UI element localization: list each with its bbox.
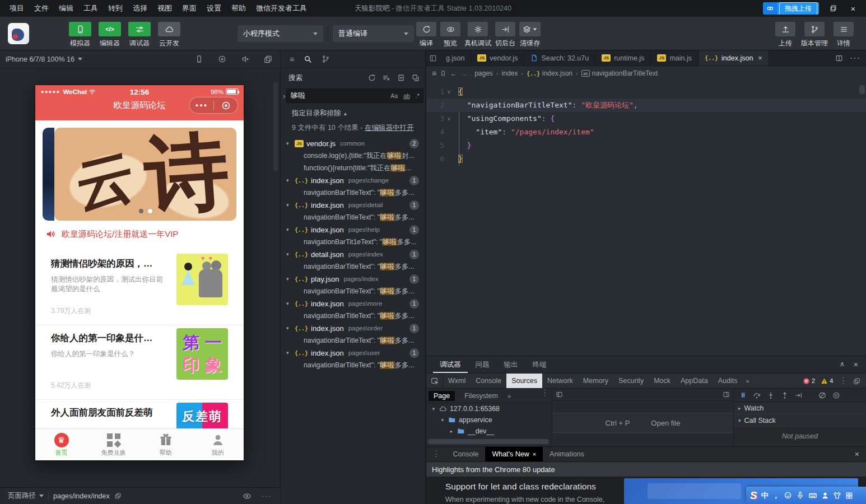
toolbar-button-预览[interactable]: 预览 [440,22,460,48]
undock-icon[interactable] [853,377,860,385]
more-actions-icon[interactable]: ··· [850,53,860,63]
step-button[interactable] [795,391,803,399]
search-scope-toggle[interactable]: 指定目录和排除 ▲ [292,109,425,118]
error-badge[interactable]: 2 [803,377,815,385]
search-result-file[interactable]: ▾{..} index.json pages\user 1 [281,347,425,359]
code-editor[interactable]: 1 ∨ { 2 "navigationBarTitleText": "欧皇源码论… [426,81,866,166]
tabbar-item-免费兑换[interactable]: 免费兑换 [87,429,139,460]
menu-item-0[interactable]: 项目 [4,3,29,13]
debugger-tab-终端[interactable]: 终端 [526,356,553,373]
clear-search-results-icon[interactable] [383,74,390,82]
devtools-tab-AppData[interactable]: AppData [676,374,713,388]
menu-item-2[interactable]: 编辑 [54,3,78,13]
devtools-tab-Network[interactable]: Network [542,374,578,388]
search-result-match[interactable]: navigationBarTitleText": "哆啦多多... [281,285,425,297]
editor-tab-runtime.js[interactable]: JS runtime.js [595,50,651,66]
menu-item-8[interactable]: 设置 [202,3,226,13]
devtools-tab-Audits[interactable]: Audits [713,374,743,388]
navigator-tab-Page[interactable]: Page [429,391,455,401]
search-result-match[interactable]: navigationBarTit1eText": "哆啦多多... [281,236,425,248]
devtools-tab-Sources[interactable]: Sources [506,374,542,388]
devtools-tab-Mock[interactable]: Mock [649,374,676,388]
fold-chevron-icon[interactable]: ∨ [444,112,454,125]
refresh-search-icon[interactable] [368,74,376,82]
devtools-tab-Security[interactable]: Security [613,374,649,388]
regex-icon[interactable]: .* [415,92,421,100]
quiz-card[interactable]: 你给人的第一印象是什… 你给人的第一印象是什么？ 5.42万人在测 第一印象 [35,325,244,400]
sogou-logo-icon[interactable]: S [750,489,757,502]
toolbar-button-调试器[interactable]: 调试器 [127,22,152,48]
multi-window-icon[interactable] [264,55,272,63]
menu-item-1[interactable]: 文件 [29,3,54,13]
mode-select[interactable]: 小程序模式 [238,25,323,42]
search-result-file[interactable]: ▾{..} index.json pages\order 1 [281,322,425,334]
search-result-file[interactable]: ▾{..} play.json pages/index 1 [281,273,425,285]
keyboard-icon[interactable] [808,491,817,500]
git-branch-icon[interactable] [322,55,330,63]
code-line-5[interactable]: 5 } [426,139,866,152]
mute-icon[interactable] [241,55,249,63]
navigator-menu-icon[interactable]: ··· [541,389,548,403]
step-out-button[interactable] [781,391,789,399]
editor-tab-main.js[interactable]: JS main.js [651,50,699,66]
search-result-match[interactable]: console.log(e),{title:"我正在哆啦封... [281,150,425,162]
menu-item-5[interactable]: 选择 [128,3,152,13]
chinese-mode-icon[interactable]: 中 [761,491,769,501]
carousel-slide-image[interactable]: 云 诗 [54,128,236,221]
search-result-match[interactable]: navigationBarTitleText": "哆啦多多... [281,310,425,322]
search-result-file[interactable]: ▾{..} index.json pages\more 1 [281,297,425,310]
devtools-tab-Console[interactable]: Console [471,374,506,388]
step-over-button[interactable] [753,391,761,399]
tree-item-127.0.0.1:65368[interactable]: ▾ 127.0.0.1:65368 [426,403,552,414]
toolbar-button-上传[interactable]: 上传 [775,22,795,48]
pause-button[interactable] [739,391,747,399]
pause-on-exceptions-button[interactable] [832,391,840,399]
drag-upload-badge[interactable]: 拖拽上传 [763,2,819,15]
toolbar-button-编译[interactable]: 编译 [416,22,436,48]
close-window-button[interactable]: × [847,4,859,13]
collapse-panel-icon[interactable]: ∧ [840,360,845,369]
search-icon[interactable] [304,55,312,63]
toggle-sidebar-icon[interactable] [426,50,440,66]
breadcrumb-item[interactable]: {..}index.json [527,69,572,77]
call-stack-section[interactable]: ▾Call Stack [734,414,866,427]
toolbar-button-详情[interactable]: 详情 [834,22,854,48]
editor-tab-vendor.js[interactable]: JS vendor.js [471,50,524,66]
close-tab-icon[interactable]: × [533,451,536,458]
page-path-dropdown[interactable]: 页面路径 [8,491,44,501]
code-line-1[interactable]: 1 ∨ { [426,85,866,99]
collapse-all-icon[interactable] [412,74,420,82]
toolbar-button-云开发[interactable]: 云开发 [156,22,182,48]
toolbox-icon[interactable] [845,492,853,500]
debugger-tab-问题[interactable]: 问题 [469,356,496,373]
quiz-card[interactable]: 外人面前朋友面前反差萌 反差萌外人朋友 [35,400,244,428]
toolbar-button-编辑器[interactable]: </> 编辑器 [97,22,123,48]
more-tabs-icon[interactable]: » [742,377,752,384]
voice-icon[interactable] [796,491,804,500]
rotate-device-icon[interactable] [195,55,203,63]
devtools-menu-icon[interactable]: ··· [839,376,847,385]
code-line-3[interactable]: 3 ∨ "usingComponents": { [426,112,866,125]
search-result-match[interactable]: function(){return{title:"我正在哆啦... [281,162,425,174]
search-result-file[interactable]: ▾{..} index.json pages\detail 1 [281,199,425,211]
tree-item-appservice[interactable]: ▾ appservice [426,414,552,426]
search-result-file[interactable]: ▾{..} index.json pages\help 1 [281,223,425,236]
close-drawer-icon[interactable]: × [855,450,866,459]
compile-select[interactable]: 普通编译 [333,25,414,42]
next-editor-icon[interactable] [723,391,730,398]
search-result-match[interactable]: navigationBarTitleText": "哆啦多多... [281,186,425,199]
capsule-exit-button[interactable] [214,97,238,113]
debugger-tab-输出[interactable]: 输出 [497,356,525,373]
editor-tab-g.json[interactable]: g.json [440,50,471,66]
back-icon[interactable]: ← [450,69,457,78]
copy-path-icon[interactable] [114,492,122,500]
whole-word-icon[interactable]: ab [402,92,411,100]
more-nav-tabs-icon[interactable]: » [508,393,511,399]
search-input[interactable] [291,92,389,100]
tabbar-item-我的[interactable]: 我的 [192,429,244,460]
search-result-match[interactable]: navigationBarTitleText": "哆啦多多... [281,334,425,347]
code-line-6[interactable]: 6 } [426,152,866,166]
device-selector[interactable]: iPhone 6/7/8 100% 16 [6,55,82,63]
watch-section[interactable]: ▸Watch [734,402,866,414]
deactivate-breakpoints-button[interactable] [818,391,826,399]
